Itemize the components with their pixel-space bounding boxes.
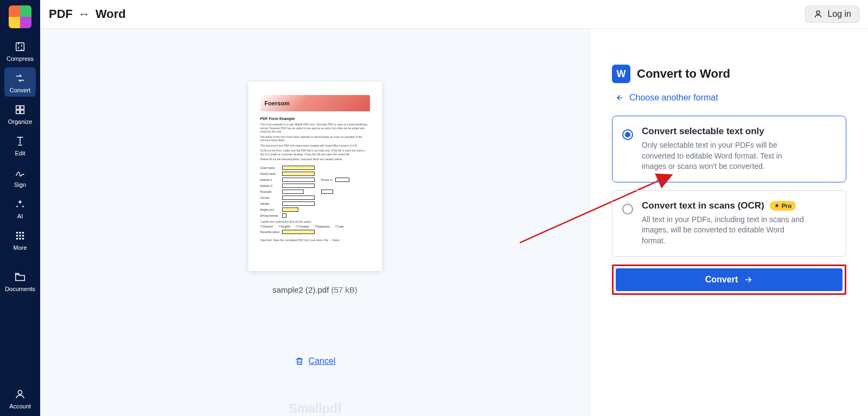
- svg-point-9: [19, 235, 21, 237]
- arrow-right-icon: [743, 275, 753, 285]
- thumb-text: To fill out the form, make sure the PDF …: [260, 149, 370, 156]
- sidebar-item-account[interactable]: Account: [4, 383, 36, 413]
- svg-point-11: [16, 238, 18, 240]
- options-panel: W Convert to Word Choose another format …: [590, 29, 868, 416]
- main: PDF ↔ Word Log in Foersom PDF Form Examp…: [40, 0, 868, 416]
- page-title: PDF ↔ Word: [49, 7, 126, 21]
- compress-icon: [14, 40, 27, 53]
- convert-highlight: Convert: [612, 264, 846, 295]
- sidebar-item-label: Sign: [14, 181, 26, 188]
- file-size: (57 kB): [331, 285, 358, 294]
- radio-icon: [622, 129, 633, 140]
- more-icon: [14, 229, 27, 242]
- sidebar: Compress Convert Organize Edit Sign AI: [0, 0, 40, 416]
- thumb-text: Please fill out the following fields. Im…: [260, 157, 370, 161]
- app-logo[interactable]: [9, 5, 31, 28]
- sidebar-item-label: Edit: [15, 150, 25, 156]
- thumb-text: This is an example of a user fillable PD…: [260, 123, 370, 134]
- option-desc: Only selectable text in your PDFs will b…: [642, 140, 805, 172]
- svg-rect-0: [16, 43, 24, 51]
- sidebar-item-label: Convert: [10, 87, 31, 93]
- options-title: Convert to Word: [637, 67, 730, 81]
- arrow-left-icon: [614, 93, 624, 103]
- thumb-text: The fields of this form have been select…: [260, 135, 370, 142]
- preview-pane: Foersom PDF Form Example This is an exam…: [40, 29, 590, 416]
- sidebar-item-documents[interactable]: Documents: [4, 266, 36, 295]
- svg-point-13: [22, 238, 24, 240]
- svg-point-10: [22, 235, 24, 237]
- cancel-button[interactable]: Cancel: [295, 356, 336, 366]
- cancel-label: Cancel: [309, 356, 336, 366]
- topbar: PDF ↔ Word Log in: [40, 0, 868, 29]
- svg-point-7: [22, 232, 24, 234]
- swap-icon: ↔: [78, 7, 90, 21]
- radio-icon: [622, 204, 633, 215]
- title-right: Word: [95, 7, 126, 21]
- sidebar-item-label: Organize: [8, 118, 33, 125]
- convert-icon: [14, 72, 27, 85]
- svg-rect-4: [21, 110, 24, 114]
- svg-point-5: [16, 232, 18, 234]
- svg-point-6: [19, 232, 21, 234]
- option-selectable-text[interactable]: Convert selectable text only Only select…: [612, 116, 846, 182]
- sign-icon: [14, 166, 27, 179]
- convert-button[interactable]: Convert: [616, 268, 843, 291]
- svg-point-8: [16, 235, 18, 237]
- choose-other-label: Choose another format: [629, 93, 718, 103]
- brand-watermark: Smallpdf: [289, 401, 341, 416]
- user-icon: [813, 9, 823, 19]
- sidebar-item-label: AI: [17, 213, 23, 219]
- sidebar-item-ai[interactable]: AI: [4, 193, 36, 223]
- sidebar-item-organize[interactable]: Organize: [4, 99, 36, 128]
- options-heading: W Convert to Word: [612, 65, 846, 83]
- sidebar-item-label: Compress: [7, 55, 34, 62]
- option-title: Convert selectable text only: [642, 126, 835, 137]
- word-icon: W: [612, 65, 630, 83]
- svg-rect-1: [16, 106, 20, 109]
- sidebar-item-more[interactable]: More: [4, 225, 36, 254]
- sidebar-item-label: More: [13, 244, 27, 251]
- thumb-form: Given name Family name Address 1House nr…: [260, 166, 370, 242]
- svg-rect-2: [21, 106, 24, 109]
- thumb-heading: PDF Form Example: [260, 117, 370, 121]
- svg-point-14: [18, 390, 22, 394]
- svg-rect-3: [16, 110, 20, 114]
- convert-label: Convert: [705, 275, 738, 285]
- sidebar-item-compress[interactable]: Compress: [4, 36, 36, 65]
- option-desc: All text in your PDFs, including text in…: [642, 215, 805, 247]
- ai-icon: [14, 198, 27, 211]
- pro-badge: Pro: [770, 201, 796, 211]
- trash-icon: [295, 356, 304, 366]
- option-title: Convert text in scans (OCR) Pro: [642, 200, 835, 211]
- file-name: sample2 (2).pdf (57 kB): [272, 285, 358, 294]
- sidebar-item-edit[interactable]: Edit: [4, 130, 36, 160]
- documents-icon: [14, 270, 27, 283]
- sidebar-item-convert[interactable]: Convert: [4, 67, 36, 97]
- choose-another-format-link[interactable]: Choose another format: [614, 93, 846, 103]
- content: Foersom PDF Form Example This is an exam…: [40, 29, 868, 416]
- file-name-text: sample2 (2).pdf: [272, 285, 329, 294]
- option-ocr[interactable]: Convert text in scans (OCR) Pro All text…: [612, 190, 846, 257]
- sidebar-item-label: Account: [9, 403, 31, 409]
- sidebar-item-label: Documents: [5, 286, 35, 292]
- pdf-thumbnail[interactable]: Foersom PDF Form Example This is an exam…: [248, 82, 382, 271]
- login-button[interactable]: Log in: [805, 5, 859, 23]
- thumb-banner: Foersom: [260, 95, 370, 111]
- title-left: PDF: [49, 7, 73, 21]
- edit-icon: [14, 135, 27, 148]
- thumb-text: This document and PDF form have been cre…: [260, 144, 370, 148]
- svg-point-12: [19, 238, 21, 240]
- sidebar-item-sign[interactable]: Sign: [4, 162, 36, 191]
- account-icon: [14, 388, 27, 401]
- svg-point-15: [816, 11, 820, 14]
- login-label: Log in: [827, 9, 851, 19]
- organize-icon: [14, 103, 27, 116]
